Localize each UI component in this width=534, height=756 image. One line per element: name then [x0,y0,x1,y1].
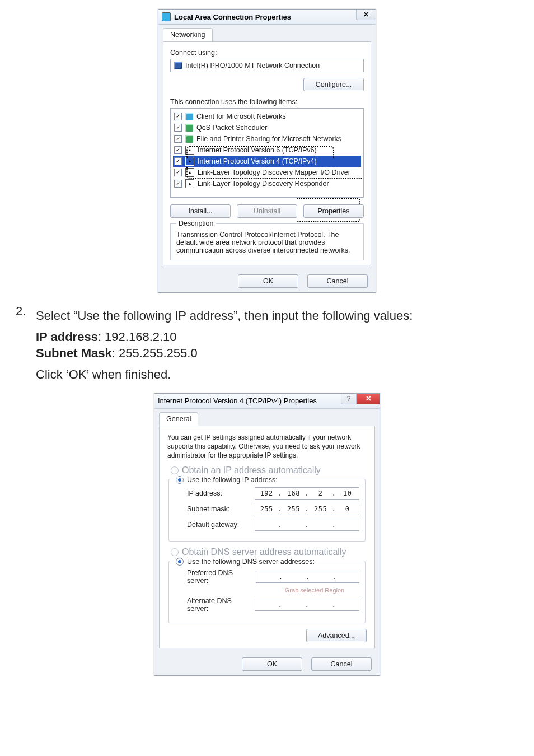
item-label: Internet Protocol Version 4 (TCP/IPv4) [198,156,317,166]
ok-button[interactable]: OK [238,274,298,288]
subnet-mask-input[interactable]: 255. 255. 255. 0 [255,503,359,515]
protocol-icon [185,179,194,188]
uninstall-button: Uninstall [237,204,297,218]
advanced-button[interactable]: Advanced... [306,629,367,642]
description-text: Transmission Control Protocol/Internet P… [176,231,358,254]
protocol-icon [185,146,194,155]
checkbox[interactable] [174,113,182,120]
connect-using-label: Connect using: [170,49,364,57]
client-icon [185,113,193,120]
preferred-dns-input[interactable]: . . . [256,571,359,583]
radio-use-ip[interactable] [176,476,184,484]
tab-general[interactable]: General [159,412,198,426]
item-label: Link-Layer Topology Discovery Mapper I/O… [198,167,350,178]
items-listbox[interactable]: Client for Microsoft Networks QoS Packet… [170,108,364,198]
tab-body: Connect using: Intel(R) PRO/1000 MT Netw… [163,41,371,265]
close-button[interactable]: ✕ [357,394,380,404]
list-item[interactable]: Internet Protocol Version 6 (TCP/IPv6) [173,144,361,156]
ipv4-properties-window: Internet Protocol Version 4 (TCP/IPv4) P… [154,393,380,676]
cancel-button[interactable]: Cancel [311,657,372,671]
default-gateway-label: Default gateway: [187,521,239,529]
properties-button[interactable]: Properties [303,204,364,218]
checkbox[interactable] [174,169,182,176]
radio-use-dns-label: Use the following DNS server addresses: [187,558,315,566]
window-title: Local Area Connection Properties [174,13,291,21]
close-icon: ✕ [366,394,372,403]
list-item[interactable]: Link-Layer Topology Discovery Responder [173,178,361,189]
description-label: Description [176,220,216,227]
item-label: Client for Microsoft Networks [196,111,286,122]
titlebar: Local Area Connection Properties ✕ [158,10,376,25]
install-button[interactable]: Install... [170,204,231,218]
click-ok-text: Click ‘OK’ when finished. [36,366,413,383]
protocol-icon [185,168,194,177]
tab-body: You can get IP settings assigned automat… [159,426,375,649]
list-item[interactable]: Link-Layer Topology Discovery Mapper I/O… [173,167,361,178]
radio-auto-ip-label: Obtain an IP address automatically [182,465,321,475]
checkbox[interactable] [174,157,182,165]
nic-field: Intel(R) PRO/1000 MT Network Connection [170,59,364,72]
dns-group: Use the following DNS server addresses: … [168,561,366,623]
step-number: 2. [16,303,30,388]
intro-text: You can get IP settings assigned automat… [167,433,367,460]
alternate-dns-label: Alternate DNS server: [187,597,255,613]
default-gateway-input[interactable]: . . . [255,519,359,531]
ip-address-input[interactable]: 192. 168. 2. 10 [255,487,359,500]
description-group: Description Transmission Control Protoco… [170,223,364,260]
subnet-mask-label: Subnet mask: [187,505,229,513]
list-item[interactable]: QoS Packet Scheduler [173,122,361,133]
fileshare-icon [185,135,193,143]
nic-icon [174,62,182,69]
ip-label: IP address [36,330,98,344]
checkbox[interactable] [174,180,182,188]
titlebar: Internet Protocol Version 4 (TCP/IPv4) P… [154,394,380,409]
document-body: 2. Select “Use the following IP address”… [0,303,534,388]
list-item-selected[interactable]: Internet Protocol Version 4 (TCP/IPv4) [173,156,361,167]
radio-auto-ip [171,466,179,474]
item-label: QoS Packet Scheduler [196,123,267,133]
faint-caption: Grab selected Region [270,587,359,594]
radio-auto-dns [171,548,179,556]
checkbox[interactable] [174,135,182,143]
help-icon: ? [347,395,351,403]
ok-button[interactable]: OK [242,657,302,671]
mask-label: Subnet Mask [36,346,112,360]
alternate-dns-input[interactable]: . . . [255,599,359,611]
tab-networking[interactable]: Networking [163,28,213,41]
ip-value: : 192.168.2.10 [98,330,177,344]
item-label: File and Printer Sharing for Microsoft N… [196,134,341,144]
ip-group: Use the following IP address: IP address… [168,479,366,542]
dialog-buttons: OK Cancel [158,270,376,292]
step-text: Select “Use the following IP address”, t… [36,307,413,324]
protocol-icon [185,157,194,166]
mask-value: : 255.255.255.0 [112,346,198,360]
item-label: Internet Protocol Version 6 (TCP/IPv6) [198,145,317,155]
qos-icon [185,124,193,132]
radio-use-ip-label: Use the following IP address: [187,476,278,484]
items-label: This connection uses the following items… [170,98,364,106]
lac-properties-window: Local Area Connection Properties ✕ Netwo… [158,9,376,293]
tabstrip: Networking [158,25,376,41]
app-icon [162,12,171,21]
close-icon: ✕ [363,11,369,18]
radio-auto-dns-label: Obtain DNS server address automatically [182,547,346,557]
cancel-button[interactable]: Cancel [307,274,368,288]
preferred-dns-label: Preferred DNS server: [187,569,256,585]
ip-address-label: IP address: [187,489,222,497]
list-item[interactable]: File and Printer Sharing for Microsoft N… [173,133,361,144]
checkbox[interactable] [174,146,182,154]
configure-button[interactable]: Configure... [303,78,364,91]
item-label: Link-Layer Topology Discovery Responder [198,179,329,189]
radio-use-dns[interactable] [176,558,184,566]
list-item[interactable]: Client for Microsoft Networks [173,111,361,122]
help-button[interactable]: ? [341,394,357,404]
close-button[interactable]: ✕ [356,10,376,20]
nic-name: Intel(R) PRO/1000 MT Network Connection [185,62,320,69]
window-title: Internet Protocol Version 4 (TCP/IPv4) P… [158,396,317,405]
checkbox[interactable] [174,124,182,132]
